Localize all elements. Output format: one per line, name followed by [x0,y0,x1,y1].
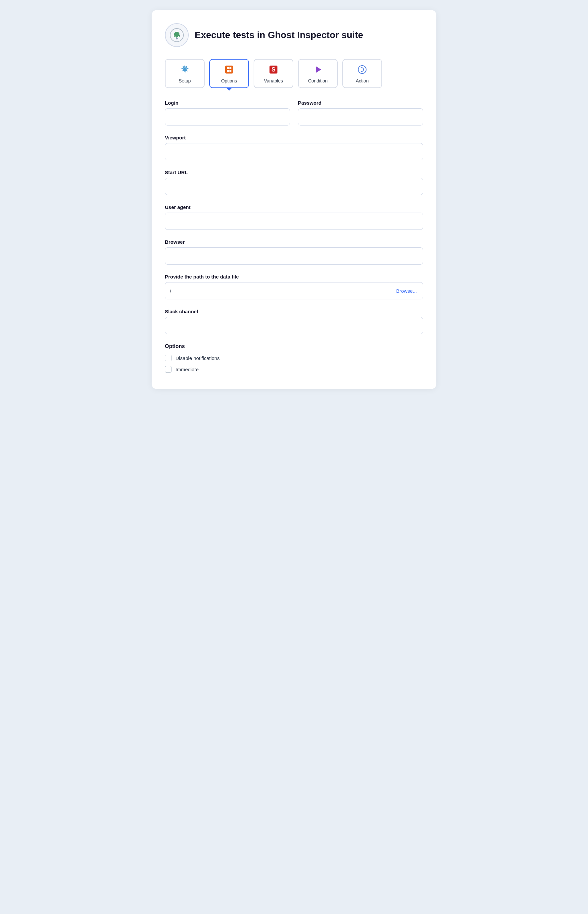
login-password-row: Login Password [165,100,423,126]
login-label: Login [165,100,290,106]
page-title: Execute tests in Ghost Inspector suite [195,30,363,40]
user-agent-label: User agent [165,204,423,210]
main-card: Execute tests in Ghost Inspector suite S… [152,10,436,389]
tab-variables[interactable]: S Variables [254,59,293,88]
tab-options[interactable]: Options [209,59,249,88]
viewport-group: Viewport [165,135,423,160]
password-group: Password [298,100,423,126]
svg-rect-8 [229,70,231,72]
start-url-group: Start URL [165,170,423,195]
user-agent-group: User agent [165,204,423,230]
svg-rect-5 [227,67,229,69]
viewport-section: Viewport [165,135,423,160]
tab-action[interactable]: Action [342,59,382,88]
password-input[interactable] [298,108,423,126]
slack-channel-group: Slack channel [165,308,423,334]
login-group: Login [165,100,290,126]
checkbox-immediate-label: Immediate [176,367,199,372]
svg-marker-11 [316,66,321,73]
browser-label: Browser [165,239,423,245]
data-file-label: Provide the path to the data file [165,274,423,279]
tab-bar: Setup Options S Variables [165,59,423,88]
start-url-input[interactable] [165,178,423,195]
condition-icon [312,64,324,76]
browse-button[interactable]: Browse... [390,283,423,299]
svg-point-12 [358,66,366,74]
svg-rect-4 [225,66,233,74]
svg-rect-1 [176,38,178,39]
data-file-group: Provide the path to the data file / Brow… [165,274,423,299]
variables-icon: S [268,64,279,76]
data-file-section: Provide the path to the data file / Brow… [165,274,423,299]
svg-rect-2 [176,39,178,39]
viewport-input[interactable] [165,143,423,160]
start-url-label: Start URL [165,170,423,175]
setup-icon [179,64,191,76]
browser-group: Browser [165,239,423,265]
svg-point-13 [363,69,364,70]
checkbox-group: Disable notifications Immediate [165,355,423,373]
tab-setup-label: Setup [179,78,191,84]
options-title: Options [165,343,423,349]
header: Execute tests in Ghost Inspector suite [165,23,423,47]
tab-condition[interactable]: Condition [298,59,338,88]
start-url-section: Start URL [165,170,423,195]
checkbox-disable-notifications-box[interactable] [165,355,171,361]
user-agent-input[interactable] [165,213,423,230]
user-agent-section: User agent [165,204,423,230]
viewport-label: Viewport [165,135,423,140]
checkbox-disable-notifications-label: Disable notifications [176,355,220,361]
slack-channel-label: Slack channel [165,308,423,314]
checkbox-immediate-box[interactable] [165,366,171,373]
svg-text:S: S [271,66,275,73]
checkbox-immediate[interactable]: Immediate [165,366,423,373]
password-label: Password [298,100,423,106]
options-section: Options Disable notifications Immediate [165,343,423,373]
checkbox-disable-notifications[interactable]: Disable notifications [165,355,423,361]
tab-options-label: Options [221,78,237,84]
tab-condition-label: Condition [308,78,328,84]
tab-variables-label: Variables [264,78,283,84]
slack-channel-section: Slack channel [165,308,423,334]
browser-input[interactable] [165,247,423,265]
logo [165,23,189,47]
svg-rect-7 [227,70,229,72]
login-input[interactable] [165,108,290,126]
data-file-input-wrapper: / Browse... [165,282,423,299]
data-file-value: / [165,288,390,294]
browser-section: Browser [165,239,423,265]
tab-action-label: Action [356,78,369,84]
slack-channel-input[interactable] [165,317,423,334]
options-icon [223,64,235,76]
svg-rect-6 [229,67,231,69]
action-icon [356,64,368,76]
tab-setup[interactable]: Setup [165,59,205,88]
